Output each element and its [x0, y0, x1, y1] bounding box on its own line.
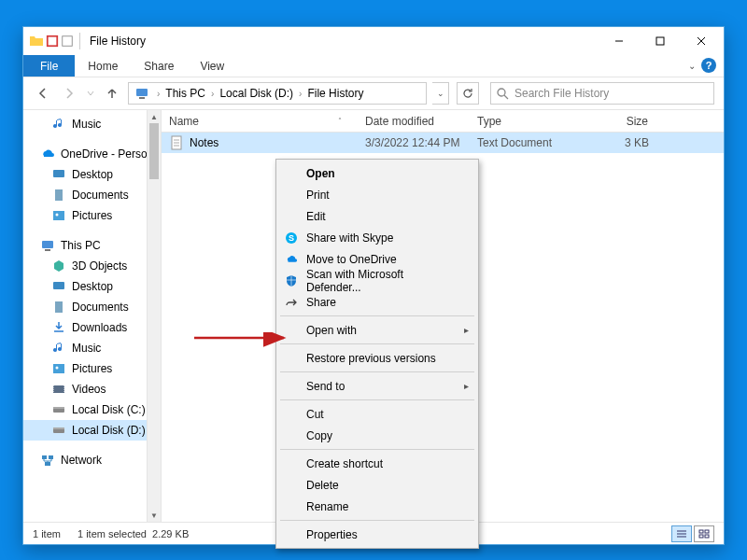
- nav-pc-documents[interactable]: Documents: [23, 297, 147, 317]
- file-type: Text Document: [470, 136, 582, 149]
- tab-home[interactable]: Home: [75, 55, 131, 77]
- music-icon: [51, 341, 66, 356]
- svg-rect-16: [53, 282, 64, 289]
- ctx-edit[interactable]: Edit: [278, 205, 476, 227]
- ribbon-expand-icon[interactable]: ⌄: [688, 61, 696, 71]
- nav-diskd[interactable]: Local Disk (D:): [23, 420, 147, 441]
- nav-pc-music[interactable]: Music: [23, 338, 147, 358]
- crumb-filehistory[interactable]: File History: [305, 87, 365, 100]
- status-selected: 1 item selected: [78, 528, 147, 539]
- qa-icon-1[interactable]: [46, 35, 59, 48]
- svg-rect-14: [42, 241, 53, 248]
- nav-network[interactable]: Network: [23, 450, 147, 470]
- svg-rect-12: [53, 211, 64, 220]
- svg-rect-37: [699, 535, 703, 538]
- nav-scrollbar[interactable]: ▲ ▼: [147, 110, 161, 522]
- nav-onedrive[interactable]: OneDrive - Persona: [23, 144, 147, 164]
- nav-pc-pictures[interactable]: Pictures: [23, 358, 147, 379]
- ctx-delete[interactable]: Delete: [278, 474, 476, 496]
- forward-button[interactable]: [59, 83, 79, 104]
- column-headers: Name˄ Date modified Type Size: [162, 110, 724, 133]
- scroll-thumb[interactable]: [149, 123, 159, 179]
- search-input[interactable]: Search File History: [490, 82, 714, 105]
- svg-rect-38: [705, 535, 709, 538]
- ctx-openwith[interactable]: Open with▸: [278, 319, 476, 341]
- minimize-button[interactable]: [599, 27, 640, 55]
- view-details-button[interactable]: [671, 525, 692, 542]
- svg-rect-20: [53, 385, 64, 393]
- nav-diskc[interactable]: Local Disk (C:): [23, 399, 147, 420]
- col-type[interactable]: Type: [470, 115, 582, 128]
- up-button[interactable]: [102, 83, 122, 104]
- ctx-sendto[interactable]: Send to▸: [278, 375, 476, 397]
- qa-icon-2[interactable]: [61, 35, 74, 48]
- recent-dropdown[interactable]: [85, 83, 96, 104]
- nav-downloads[interactable]: Downloads: [23, 317, 147, 338]
- ctx-restore-previous[interactable]: Restore previous versions: [278, 347, 476, 369]
- tab-view[interactable]: View: [187, 55, 237, 77]
- folder-icon: [29, 34, 44, 49]
- file-row[interactable]: Notes 3/3/2022 12:44 PM Text Document 3 …: [162, 133, 724, 153]
- svg-point-19: [56, 367, 59, 370]
- nav-od-desktop[interactable]: Desktop: [23, 164, 147, 185]
- col-size[interactable]: Size: [582, 115, 656, 128]
- network-icon: [40, 453, 55, 468]
- pictures-icon: [51, 361, 66, 376]
- cube-icon: [51, 259, 66, 273]
- navigation-pane: Music OneDrive - Persona Desktop Documen…: [23, 110, 162, 522]
- svg-rect-15: [45, 249, 50, 251]
- tab-share[interactable]: Share: [131, 55, 187, 77]
- svg-rect-6: [136, 89, 148, 96]
- col-date[interactable]: Date modified: [358, 115, 470, 128]
- ribbon: File Home Share View ⌄ ?: [23, 55, 724, 77]
- onedrive-icon: [40, 147, 55, 161]
- ctx-open[interactable]: Open: [278, 162, 476, 184]
- scroll-down-icon[interactable]: ▼: [148, 509, 161, 522]
- status-size: 2.29 KB: [152, 528, 189, 539]
- ctx-share[interactable]: Share: [278, 291, 476, 313]
- ctx-copy[interactable]: Copy: [278, 425, 476, 446]
- quick-access-toolbar: [29, 33, 84, 49]
- nav-od-pictures[interactable]: Pictures: [23, 205, 147, 226]
- onedrive-icon: [284, 252, 299, 267]
- file-name: Notes: [190, 136, 218, 149]
- music-icon: [51, 117, 66, 132]
- ctx-defender[interactable]: Scan with Microsoft Defender...: [278, 270, 476, 291]
- ctx-properties[interactable]: Properties: [278, 524, 476, 545]
- ctx-cut[interactable]: Cut: [278, 403, 476, 425]
- nav-thispc[interactable]: This PC: [23, 235, 147, 256]
- nav-music-quick[interactable]: Music: [23, 114, 147, 134]
- submenu-arrow-icon: ▸: [464, 381, 469, 391]
- nav-od-documents[interactable]: Documents: [23, 185, 147, 205]
- refresh-button[interactable]: [457, 82, 479, 105]
- crumb-diskd[interactable]: Local Disk (D:): [218, 87, 295, 100]
- tab-file[interactable]: File: [23, 55, 75, 77]
- ctx-rename[interactable]: Rename: [278, 496, 476, 517]
- svg-point-8: [498, 89, 505, 96]
- ctx-print[interactable]: Print: [278, 184, 476, 205]
- pictures-icon: [51, 208, 66, 223]
- nav-videos[interactable]: Videos: [23, 379, 147, 399]
- help-button[interactable]: ?: [701, 58, 716, 73]
- svg-rect-27: [45, 462, 50, 466]
- close-button[interactable]: [681, 27, 722, 55]
- back-button[interactable]: [33, 83, 53, 104]
- svg-rect-10: [53, 170, 64, 177]
- sort-asc-icon: ˄: [338, 117, 342, 125]
- nav-pc-desktop[interactable]: Desktop: [23, 276, 147, 297]
- ctx-shortcut[interactable]: Create shortcut: [278, 453, 476, 474]
- crumb-thispc[interactable]: This PC: [163, 87, 207, 100]
- view-icons-button[interactable]: [694, 525, 714, 542]
- svg-rect-24: [53, 427, 64, 429]
- search-icon: [497, 88, 509, 100]
- breadcrumb-dropdown[interactable]: ⌄: [432, 82, 449, 105]
- svg-rect-35: [699, 530, 703, 533]
- svg-rect-18: [53, 364, 64, 373]
- ctx-skype[interactable]: SShare with Skype: [278, 227, 476, 248]
- col-name[interactable]: Name˄: [162, 115, 358, 128]
- breadcrumb[interactable]: › This PC › Local Disk (D:) › File Histo…: [128, 82, 427, 105]
- scroll-up-icon[interactable]: ▲: [148, 110, 161, 123]
- maximize-button[interactable]: [640, 27, 681, 55]
- nav-3dobjects[interactable]: 3D Objects: [23, 256, 147, 276]
- svg-rect-26: [49, 455, 53, 459]
